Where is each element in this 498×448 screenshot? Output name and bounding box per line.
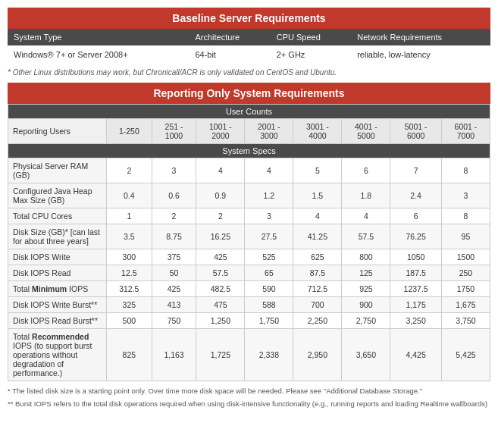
user-counts-label: User Counts xyxy=(8,105,490,119)
reporting-data-row: Disk IOPS Read12.55057.56587.5125187.525… xyxy=(8,265,490,281)
row-value: 925 xyxy=(342,281,390,297)
baseline-header-cpu: CPU Speed xyxy=(271,29,351,45)
row-value: 2 xyxy=(107,158,152,183)
user-count-col-3: 1001 - 2000 xyxy=(196,119,245,144)
row-value: 95 xyxy=(441,224,490,249)
row-value: 325 xyxy=(107,297,152,313)
row-value: 588 xyxy=(245,297,293,313)
row-label: Total Minimum IOPS xyxy=(8,281,107,297)
row-value: 825 xyxy=(107,329,152,381)
row-label: Disk IOPS Read xyxy=(8,265,107,281)
row-value: 475 xyxy=(196,297,245,313)
reporting-data-row: Configured Java Heap Max Size (GB)0.40.6… xyxy=(8,183,490,208)
row-value: 413 xyxy=(152,297,196,313)
row-value: 4,425 xyxy=(390,329,442,381)
row-value: 900 xyxy=(342,297,390,313)
baseline-cell: reliable, low-latency xyxy=(351,45,490,64)
row-value: 0.9 xyxy=(196,183,245,208)
baseline-header-row: System Type Architecture CPU Speed Netwo… xyxy=(8,29,490,45)
row-value: 0.4 xyxy=(107,183,152,208)
row-value: 800 xyxy=(342,249,390,265)
row-value: 1.2 xyxy=(245,183,293,208)
row-value: 16.25 xyxy=(196,224,245,249)
row-value: 3 xyxy=(245,208,293,224)
row-value: 625 xyxy=(293,249,342,265)
row-value: 6 xyxy=(390,208,442,224)
row-value: 1500 xyxy=(441,249,490,265)
row-value: 300 xyxy=(107,249,152,265)
row-label: Disk IOPS Write Burst** xyxy=(8,297,107,313)
reporting-data-row: Disk IOPS Write Burst**32541347558870090… xyxy=(8,297,490,313)
row-value: 57.5 xyxy=(342,224,390,249)
reporting-data-row: Total CPU Cores12234468 xyxy=(8,208,490,224)
reporting-users-label: Reporting Users xyxy=(8,119,107,144)
row-value: 65 xyxy=(245,265,293,281)
row-value: 2,338 xyxy=(245,329,293,381)
row-value: 41.25 xyxy=(293,224,342,249)
user-count-col-4: 2001 - 3000 xyxy=(245,119,293,144)
row-value: 2,950 xyxy=(293,329,342,381)
row-value: 1237.5 xyxy=(390,281,442,297)
baseline-cell: 2+ GHz xyxy=(271,45,351,64)
row-value: 3,250 xyxy=(390,313,442,329)
row-value: 425 xyxy=(196,249,245,265)
row-label: Disk Size (GB)* [can last for about thre… xyxy=(8,224,107,249)
reporting-data-row: Disk IOPS Write3003754255256258001050150… xyxy=(8,249,490,265)
row-value: 8 xyxy=(441,208,490,224)
row-label: Total Recommended IOPS (to support burst… xyxy=(8,329,107,381)
row-value: 590 xyxy=(245,281,293,297)
row-value: 2.4 xyxy=(390,183,442,208)
reporting-data-row: Disk Size (GB)* [can last for about thre… xyxy=(8,224,490,249)
baseline-title: Baseline Server Requirements xyxy=(8,8,490,29)
row-value: 525 xyxy=(245,249,293,265)
row-value: 1,175 xyxy=(390,297,442,313)
row-value: 1 xyxy=(107,208,152,224)
row-value: 2,250 xyxy=(293,313,342,329)
row-value: 187.5 xyxy=(390,265,442,281)
row-value: 712.5 xyxy=(293,281,342,297)
row-value: 12.5 xyxy=(107,265,152,281)
row-value: 482.5 xyxy=(196,281,245,297)
row-value: 125 xyxy=(342,265,390,281)
row-value: 500 xyxy=(107,313,152,329)
row-value: 4 xyxy=(293,208,342,224)
outer-wrapper: Baseline Server Requirements System Type… xyxy=(0,0,498,417)
user-count-col-1: 1-250 xyxy=(107,119,152,144)
row-value: 3.5 xyxy=(107,224,152,249)
user-count-col-8: 6001 - 7000 xyxy=(441,119,490,144)
row-label: Total CPU Cores xyxy=(8,208,107,224)
baseline-table: System Type Architecture CPU Speed Netwo… xyxy=(8,29,490,64)
row-value: 87.5 xyxy=(293,265,342,281)
row-value: 3,650 xyxy=(342,329,390,381)
baseline-cell: 64-bit xyxy=(189,45,270,64)
row-value: 6 xyxy=(342,158,390,183)
reporting-section: Reporting Only System Requirements User … xyxy=(8,83,490,409)
row-value: 1.5 xyxy=(293,183,342,208)
user-count-col-6: 4001 - 5000 xyxy=(342,119,390,144)
row-value: 5 xyxy=(293,158,342,183)
row-value: 57.5 xyxy=(196,265,245,281)
user-counts-row: Reporting Users1-250251 - 10001001 - 200… xyxy=(8,119,490,144)
baseline-cell: Windows® 7+ or Server 2008+ xyxy=(8,45,189,64)
user-count-col-5: 3001 - 4000 xyxy=(293,119,342,144)
row-value: 2,750 xyxy=(342,313,390,329)
row-label: Configured Java Heap Max Size (GB) xyxy=(8,183,107,208)
row-value: 375 xyxy=(152,249,196,265)
row-value: 2 xyxy=(152,208,196,224)
row-value: 1750 xyxy=(441,281,490,297)
row-label: Physical Server RAM (GB) xyxy=(8,158,107,183)
row-label: Disk IOPS Read Burst** xyxy=(8,313,107,329)
row-value: 2 xyxy=(196,208,245,224)
row-value: 3 xyxy=(441,183,490,208)
row-value: 4 xyxy=(342,208,390,224)
row-value: 1,725 xyxy=(196,329,245,381)
row-value: 50 xyxy=(152,265,196,281)
user-counts-section-header: User Counts xyxy=(8,105,490,119)
baseline-section: Baseline Server Requirements System Type… xyxy=(8,8,490,77)
row-value: 1,675 xyxy=(441,297,490,313)
row-value: 750 xyxy=(152,313,196,329)
row-value: 4 xyxy=(245,158,293,183)
row-value: 8 xyxy=(441,158,490,183)
reporting-data-row: Total Minimum IOPS312.5425482.5590712.59… xyxy=(8,281,490,297)
baseline-header-system: System Type xyxy=(8,29,189,45)
